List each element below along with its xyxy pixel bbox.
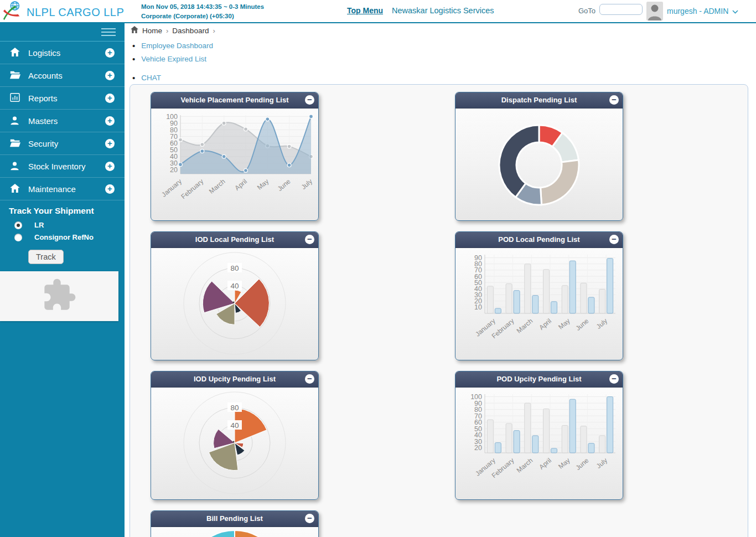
collapse-icon[interactable]: − bbox=[305, 95, 314, 105]
panel-dispatch-pending-list: Dispatch Pending List− bbox=[455, 92, 623, 221]
sidebar-item-accounts[interactable]: Accounts+ bbox=[0, 64, 125, 87]
dashboard-container: Vehicle Placement Pending List−203040506… bbox=[130, 84, 748, 537]
panel-header: Vehicle Placement Pending List− bbox=[151, 92, 318, 109]
bullet-icon: • bbox=[132, 73, 135, 82]
panel-iod-upcity-pending-list: IOD Upcity Pending List−8040 bbox=[151, 371, 319, 500]
expand-plus-icon[interactable]: + bbox=[105, 162, 115, 171]
bullet-icon: • bbox=[132, 54, 135, 64]
panel-header: Dispatch Pending List− bbox=[455, 92, 623, 109]
quick-link-chat[interactable]: CHAT bbox=[141, 74, 161, 82]
track-shipment-heading: Track Your Shipment bbox=[9, 206, 125, 216]
radio-consignor[interactable] bbox=[14, 234, 22, 241]
svg-text:May: May bbox=[557, 317, 571, 331]
panel-header: POD Local Pending List− bbox=[455, 232, 623, 248]
app-window: NLPL CARGO LLP Mon Nov 05, 2018 14:43:35… bbox=[0, 0, 756, 537]
brand-name: NLPL CARGO LLP bbox=[27, 6, 124, 19]
svg-text:80: 80 bbox=[170, 126, 178, 134]
hamburger-icon[interactable] bbox=[101, 26, 116, 38]
sidebar-top-strip bbox=[0, 23, 125, 42]
radio-lr[interactable] bbox=[14, 221, 22, 229]
sidebar-item-reports[interactable]: Reports+ bbox=[0, 87, 125, 110]
svg-text:April: April bbox=[234, 178, 248, 192]
goto-input[interactable] bbox=[599, 4, 643, 15]
breadcrumb-home[interactable]: Home bbox=[142, 27, 162, 35]
breadcrumb-dashboard[interactable]: Dashboard bbox=[172, 27, 209, 35]
panel-body: 8040 bbox=[151, 388, 318, 499]
svg-text:70: 70 bbox=[170, 133, 178, 141]
panel-body bbox=[151, 527, 318, 537]
quick-link-row: •Vehicle Expired List bbox=[132, 54, 213, 64]
svg-text:100: 100 bbox=[470, 393, 482, 401]
panel-iod-local-pending-list: IOD Local Pending List−8040 bbox=[151, 231, 319, 360]
user-name: murgesh - ADMIN bbox=[667, 7, 728, 16]
quick-link-vehicle-expired-list[interactable]: Vehicle Expired List bbox=[141, 55, 206, 63]
sidebar-item-label: Stock Inventory bbox=[28, 162, 105, 171]
user-avatar bbox=[646, 2, 663, 20]
panel-body: 102030405060708090JanuaryFebruaryMarchAp… bbox=[455, 248, 623, 360]
svg-text:May: May bbox=[557, 457, 571, 471]
user-icon bbox=[10, 161, 21, 171]
svg-text:80: 80 bbox=[230, 404, 239, 412]
collapse-icon[interactable]: − bbox=[609, 374, 619, 384]
radio-option-lr[interactable]: LR bbox=[14, 221, 125, 229]
logo-icon bbox=[2, 1, 24, 24]
sidebar-item-maintenance[interactable]: Maintenance+ bbox=[0, 178, 125, 200]
sidebar-item-label: Logistics bbox=[28, 48, 105, 58]
panel-vehicle-placement-pending-list: Vehicle Placement Pending List−203040506… bbox=[151, 92, 319, 221]
svg-text:60: 60 bbox=[170, 140, 178, 147]
home-icon bbox=[10, 184, 21, 194]
collapse-icon[interactable]: − bbox=[609, 95, 619, 105]
expand-plus-icon[interactable]: + bbox=[105, 71, 115, 80]
sidebar: Logistics+Accounts+Reports+Masters+Secur… bbox=[0, 23, 125, 537]
panel-header: Bill Pending List− bbox=[151, 511, 318, 527]
quick-link-employee-dashboard[interactable]: Employee Dashboard bbox=[141, 42, 213, 50]
chart-canvas bbox=[154, 527, 315, 537]
sidebar-item-stock-inventory[interactable]: Stock Inventory+ bbox=[0, 155, 125, 178]
panel-bill-pending-list: Bill Pending List− bbox=[151, 510, 319, 537]
main-content: Home › Dashboard › •Employee Dashboard•V… bbox=[125, 23, 756, 537]
sidebar-item-security[interactable]: Security+ bbox=[0, 132, 125, 155]
expand-plus-icon[interactable]: + bbox=[105, 94, 115, 103]
collapse-icon[interactable]: − bbox=[305, 235, 314, 244]
radio-option-consignor[interactable]: Consignor RefNo bbox=[14, 233, 125, 241]
panel-body: 2030405060708090100JanuaryFebruaryMarchA… bbox=[151, 109, 318, 220]
panel-body bbox=[455, 109, 623, 220]
expand-plus-icon[interactable]: + bbox=[105, 184, 115, 194]
datetime-line2: Corporate (Corporate) (+05:30) bbox=[141, 12, 264, 21]
svg-text:50: 50 bbox=[170, 146, 178, 154]
collapse-icon[interactable]: − bbox=[609, 235, 619, 244]
svg-text:June: June bbox=[574, 456, 590, 472]
svg-text:February: February bbox=[179, 178, 205, 201]
panel-title: POD Local Pending List bbox=[455, 232, 623, 247]
top-menu-link[interactable]: Top Menu bbox=[347, 6, 383, 15]
header-datetime: Mon Nov 05, 2018 14:43:35 ~ 0-3 Minutes … bbox=[141, 2, 264, 20]
track-shipment-section: Track Your Shipment LR Consignor RefNo T… bbox=[0, 200, 125, 264]
expand-plus-icon[interactable]: + bbox=[105, 48, 115, 58]
svg-text:20: 20 bbox=[170, 166, 178, 174]
sidebar-item-logistics[interactable]: Logistics+ bbox=[0, 42, 125, 64]
svg-text:March: March bbox=[515, 317, 535, 335]
track-button[interactable]: Track bbox=[28, 250, 64, 264]
panel-pod-local-pending-list: POD Local Pending List−10203040506070809… bbox=[455, 231, 623, 360]
svg-text:July: July bbox=[300, 178, 314, 191]
expand-plus-icon[interactable]: + bbox=[105, 116, 115, 126]
panel-pod-upcity-pending-list: POD Upcity Pending List−2030405060708090… bbox=[455, 371, 623, 500]
quick-link-row: •Employee Dashboard bbox=[132, 41, 213, 50]
svg-text:40: 40 bbox=[170, 153, 178, 161]
svg-text:May: May bbox=[256, 178, 270, 192]
svg-text:March: March bbox=[515, 457, 535, 474]
user-menu[interactable]: murgesh - ADMIN bbox=[667, 7, 738, 16]
collapse-icon[interactable]: − bbox=[305, 514, 314, 523]
chart-canvas bbox=[458, 109, 620, 219]
expand-plus-icon[interactable]: + bbox=[105, 139, 115, 148]
panel-title: Vehicle Placement Pending List bbox=[151, 92, 318, 108]
home-icon bbox=[10, 48, 21, 58]
panel-title: POD Upcity Pending List bbox=[455, 371, 623, 387]
collapse-icon[interactable]: − bbox=[305, 374, 314, 384]
plugin-placeholder-widget bbox=[0, 271, 118, 321]
breadcrumb-separator: › bbox=[213, 27, 215, 35]
sidebar-item-masters[interactable]: Masters+ bbox=[0, 110, 125, 132]
svg-text:100: 100 bbox=[166, 113, 178, 121]
sidebar-menu: Logistics+Accounts+Reports+Masters+Secur… bbox=[0, 42, 125, 200]
quick-link-row: •CHAT bbox=[132, 73, 213, 82]
